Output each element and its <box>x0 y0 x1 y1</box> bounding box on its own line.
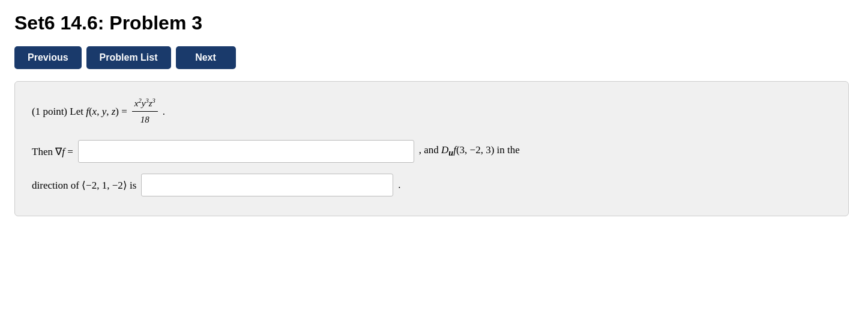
direction-row: direction of ⟨−2, 1, −2⟩ is . <box>32 174 831 196</box>
direction-input[interactable] <box>141 174 393 196</box>
fraction-numerator: x2y3z3 <box>132 96 158 112</box>
gradient-input[interactable] <box>78 140 414 163</box>
math-fraction: x2y3z3 18 <box>132 96 158 127</box>
direction-label: direction of ⟨−2, 1, −2⟩ is <box>32 179 136 192</box>
points-label: (1 point) Let f(x, y, z) = <box>32 103 127 120</box>
gradient-label: Then ∇f = <box>32 145 73 158</box>
direction-period: . <box>398 179 400 191</box>
next-button[interactable]: Next <box>176 46 236 69</box>
problem-box: (1 point) Let f(x, y, z) = x2y3z3 18 . T… <box>14 81 849 216</box>
fraction-denominator: 18 <box>138 112 152 127</box>
page-title: Set6 14.6: Problem 3 <box>14 12 854 34</box>
and-label: , and Duf(3, −2, 3) in the <box>419 144 520 158</box>
nav-buttons: Previous Problem List Next <box>14 46 854 69</box>
problem-statement: (1 point) Let f(x, y, z) = x2y3z3 18 . <box>32 96 831 127</box>
gradient-row: Then ∇f = , and Duf(3, −2, 3) in the <box>32 140 831 163</box>
previous-button[interactable]: Previous <box>14 46 82 69</box>
problem-list-button[interactable]: Problem List <box>86 46 171 69</box>
statement-period: . <box>163 103 165 120</box>
